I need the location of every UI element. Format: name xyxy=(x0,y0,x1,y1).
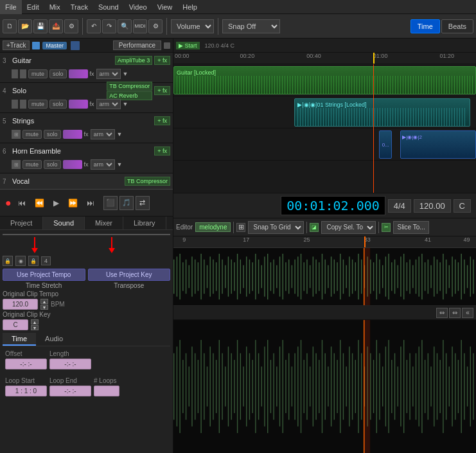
arm-solo[interactable]: arm xyxy=(96,99,121,109)
arm-horn[interactable]: arm xyxy=(91,159,115,170)
key-stepper: ▲ ▼ xyxy=(31,319,39,330)
gear-button[interactable]: ⚙ xyxy=(148,19,163,33)
clip-horn-right[interactable]: ▶|◉|◉|2 xyxy=(400,130,476,159)
arm-guitar[interactable]: arm xyxy=(96,69,121,79)
svg-rect-183 xyxy=(400,346,401,426)
play-button[interactable]: ▶ xyxy=(51,197,62,209)
rewind-button[interactable]: ⏪ xyxy=(32,197,47,209)
slice-to-btn[interactable]: Slice To... xyxy=(393,221,428,234)
plus-fx-guitar[interactable]: + fx xyxy=(154,56,170,65)
search-button[interactable]: 🔍 xyxy=(118,19,132,33)
snap-icon[interactable]: ⊞ xyxy=(236,223,245,232)
loop-end-input[interactable] xyxy=(49,386,91,396)
loop-button[interactable]: ⬛ xyxy=(103,196,118,210)
copy-sel-select[interactable]: Copy Sel. To xyxy=(321,221,376,234)
nav-left-btn[interactable]: ⇔ xyxy=(436,308,448,318)
goto-end-button[interactable]: ⏭ xyxy=(84,197,97,209)
solo-btn-horn[interactable]: solo xyxy=(44,160,61,169)
mute-btn-solo[interactable]: mute xyxy=(28,100,48,109)
record-mode-button[interactable]: ⇄ xyxy=(136,196,150,210)
tempo-down[interactable]: ▼ xyxy=(40,305,48,310)
redo-button[interactable]: ↷ xyxy=(102,19,116,33)
nav-right-btn[interactable]: ⇔ xyxy=(449,308,461,318)
orig-tempo-input[interactable] xyxy=(3,299,38,310)
undo-button[interactable]: ↶ xyxy=(87,19,101,33)
menu-video[interactable]: Video xyxy=(124,0,152,14)
start-marker[interactable]: ▶ Start xyxy=(176,42,200,49)
menu-view[interactable]: View xyxy=(152,0,178,14)
fx-vocal[interactable]: TB Compressor xyxy=(125,177,170,186)
snap-to-grid-select[interactable]: Snap To Grid xyxy=(248,221,304,234)
key-up[interactable]: ▲ xyxy=(31,319,39,324)
fx-amplitube[interactable]: AmpliTube 3 xyxy=(115,56,152,65)
svg-rect-192 xyxy=(428,353,428,420)
solo-btn-guitar[interactable]: solo xyxy=(49,69,67,78)
tempo-up[interactable]: ▲ xyxy=(40,299,48,304)
settings-button[interactable]: ⚙ xyxy=(64,19,78,33)
menu-mix[interactable]: Mix xyxy=(44,0,66,14)
solo-btn-strings[interactable]: solo xyxy=(44,130,61,139)
performance-button[interactable]: Performance xyxy=(113,40,161,50)
melodyne-label[interactable]: melodyne xyxy=(195,222,231,232)
fx-tb-comp[interactable]: TB Compressor xyxy=(107,82,152,91)
clip-horn-left[interactable]: 0... xyxy=(379,130,392,159)
plus-fx-strings[interactable]: + fx xyxy=(154,116,170,125)
plus-fx-solo[interactable]: + fx xyxy=(154,86,170,95)
loop-start-input[interactable] xyxy=(5,386,47,396)
svg-rect-104 xyxy=(473,260,473,294)
slice-icon[interactable]: ✂ xyxy=(382,223,391,232)
arm-strings[interactable]: arm xyxy=(91,129,115,139)
offset-input[interactable] xyxy=(5,359,47,369)
tab-mixer[interactable]: Mixer xyxy=(85,217,123,229)
key-down[interactable]: ▼ xyxy=(31,325,39,330)
menu-help[interactable]: Help xyxy=(177,0,202,14)
clip-strings[interactable]: ▶|◉|◉|01 Strings [Locked] xyxy=(294,98,470,127)
tab-time[interactable]: Time xyxy=(3,333,36,346)
use-project-key-btn[interactable]: Use Project Key xyxy=(88,269,171,281)
menu-file[interactable]: File xyxy=(0,0,22,14)
goto-start-button[interactable]: ⏮ xyxy=(15,197,28,209)
orig-tempo-label: Original Clip Tempo xyxy=(3,290,58,298)
use-project-tempo-btn[interactable]: Use Project Tempo xyxy=(3,269,85,281)
length-input[interactable] xyxy=(49,359,91,369)
tab-audio[interactable]: Audio xyxy=(36,333,72,346)
loops-input[interactable] xyxy=(94,386,119,396)
volume-select[interactable]: Volume xyxy=(171,19,214,33)
open-button[interactable]: 📂 xyxy=(18,19,32,33)
save-button[interactable]: 💾 xyxy=(33,19,48,33)
editor-playhead xyxy=(364,236,366,247)
solo-btn-solo[interactable]: solo xyxy=(49,100,67,109)
tab-sound[interactable]: Sound xyxy=(43,217,85,229)
midi-button[interactable]: MIDI xyxy=(133,19,147,33)
snap-select[interactable]: Snap Off xyxy=(222,19,280,33)
tab-project[interactable]: Project xyxy=(0,217,43,229)
mute-btn-guitar[interactable]: mute xyxy=(28,69,48,78)
svg-rect-55 xyxy=(325,260,326,294)
metronome-button[interactable]: 🎵 xyxy=(119,196,134,210)
menu-edit[interactable]: Edit xyxy=(22,0,44,14)
menu-sound[interactable]: Sound xyxy=(93,0,124,14)
file-buttons: 🗋 📂 💾 📤 ⚙ xyxy=(3,19,78,33)
time-button[interactable]: Time xyxy=(410,19,440,33)
tab-library[interactable]: Library xyxy=(123,217,166,229)
svg-rect-10 xyxy=(189,265,190,289)
zoom-btn[interactable]: « xyxy=(462,308,473,318)
add-track-button[interactable]: +Track xyxy=(3,40,30,50)
export-button[interactable]: 📤 xyxy=(49,19,63,33)
plus-fx-horn[interactable]: + fx xyxy=(154,147,170,155)
svg-rect-110 xyxy=(179,340,180,433)
orig-key-input[interactable] xyxy=(3,319,28,330)
copy-icon[interactable]: ◪ xyxy=(310,223,319,232)
record-button[interactable]: ● xyxy=(5,197,12,209)
clip-guitar[interactable]: Guitar [Locked] xyxy=(173,66,476,94)
track-counter: 4 xyxy=(41,256,51,265)
menu-track[interactable]: Track xyxy=(66,0,93,14)
mute-btn-strings[interactable]: mute xyxy=(22,130,42,139)
mute-btn-horn[interactable]: mute xyxy=(22,160,42,169)
track-num-4: 4 xyxy=(3,87,10,94)
fast-forward-button[interactable]: ⏩ xyxy=(66,197,80,209)
svg-rect-54 xyxy=(322,254,322,299)
beats-button[interactable]: Beats xyxy=(441,19,473,33)
loop-start-label: Loop Start xyxy=(5,377,47,384)
new-button[interactable]: 🗋 xyxy=(3,19,17,33)
